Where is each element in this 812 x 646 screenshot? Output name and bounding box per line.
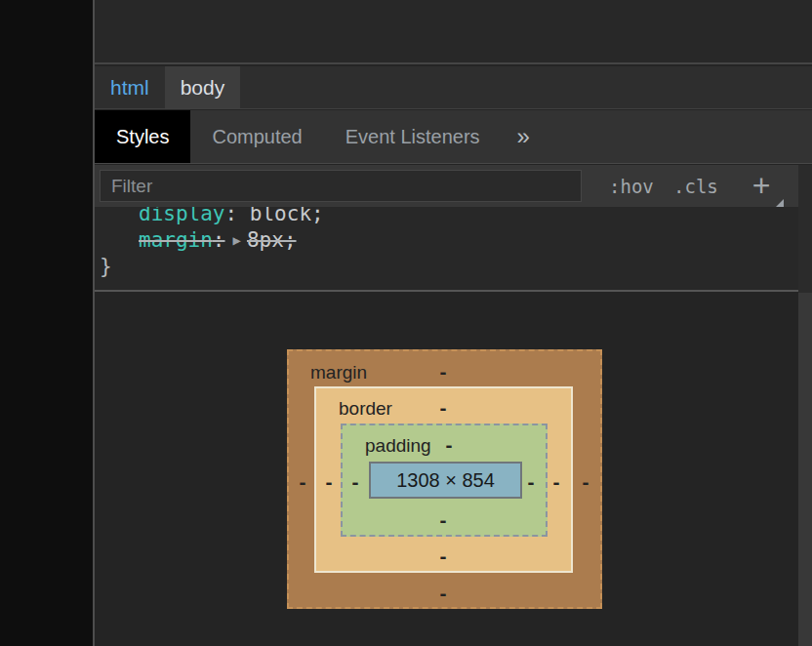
breadcrumb: html body xyxy=(95,66,812,109)
cls-toggle-label: .cls xyxy=(673,176,718,197)
padding-top-value[interactable]: - xyxy=(446,434,453,455)
border-right-value[interactable]: - xyxy=(553,471,560,492)
border-label: border xyxy=(339,398,392,420)
tab-computed-label: Computed xyxy=(212,126,302,148)
sidebar-tab-bar: Styles Computed Event Listeners » xyxy=(95,110,812,164)
border-left-value[interactable]: - xyxy=(326,471,333,492)
css-property-value[interactable]: block; xyxy=(250,207,324,225)
tab-overflow-chevron-icon[interactable]: » xyxy=(502,110,546,163)
page-content-dark-area xyxy=(0,0,93,646)
plus-icon: + xyxy=(752,168,771,204)
css-property-name[interactable]: margin xyxy=(139,228,213,252)
margin-left-value[interactable]: - xyxy=(300,471,306,492)
margin-right-value[interactable]: - xyxy=(583,471,589,492)
padding-label: padding xyxy=(365,435,431,457)
margin-label: margin xyxy=(310,362,367,384)
box-model-content-box[interactable]: 1308 × 854 xyxy=(369,462,522,499)
breadcrumb-body-label: body xyxy=(181,76,225,100)
css-declaration-margin-overridden[interactable]: margin:▶8px; xyxy=(95,227,798,254)
toggle-pseudo-hov[interactable]: :hov xyxy=(609,165,654,207)
tab-computed[interactable]: Computed xyxy=(190,110,323,163)
box-model-section: 1308 × 854 margin border padding - - - -… xyxy=(95,294,798,646)
tab-styles[interactable]: Styles xyxy=(95,110,190,163)
breadcrumb-item-html[interactable]: html xyxy=(95,66,165,108)
tab-event-listeners[interactable]: Event Listeners xyxy=(324,110,502,163)
padding-left-value[interactable]: - xyxy=(352,471,359,492)
breadcrumb-html-label: html xyxy=(110,76,149,100)
box-model-margin-box[interactable]: 1308 × 854 margin border padding - - - -… xyxy=(287,349,602,609)
margin-top-value[interactable]: - xyxy=(440,361,447,382)
styles-filter-bar: :hov .cls + xyxy=(95,165,798,207)
hov-toggle-label: :hov xyxy=(609,176,654,197)
css-declaration-display[interactable]: display: block; xyxy=(95,207,798,227)
tab-event-listeners-label: Event Listeners xyxy=(345,126,480,148)
sidebar-scrollbar-track[interactable] xyxy=(798,165,812,646)
chevron-double-right-icon: » xyxy=(517,123,530,150)
sidebar-scrollbar-thumb[interactable] xyxy=(798,293,812,646)
toggle-element-classes[interactable]: .cls xyxy=(673,165,718,207)
styles-filter-input[interactable] xyxy=(100,170,582,202)
margin-bottom-value[interactable]: - xyxy=(440,583,447,603)
dom-tree-empty-area xyxy=(95,0,812,64)
shorthand-expand-arrow-icon[interactable]: ▶ xyxy=(225,227,247,254)
rule-closing-brace: } xyxy=(95,254,798,280)
css-property-name[interactable]: display xyxy=(139,207,225,225)
padding-right-value[interactable]: - xyxy=(528,471,535,492)
border-top-value[interactable]: - xyxy=(440,397,447,418)
breadcrumb-item-body[interactable]: body xyxy=(165,66,241,108)
border-bottom-value[interactable]: - xyxy=(440,545,447,566)
css-colon: : xyxy=(213,228,225,252)
css-property-value[interactable]: 8px; xyxy=(247,228,297,252)
css-colon: : xyxy=(225,207,250,225)
tab-styles-label: Styles xyxy=(116,126,169,148)
style-rule-section: display: block; margin:▶8px; } xyxy=(95,207,798,292)
content-size-value[interactable]: 1308 × 854 xyxy=(396,469,495,492)
padding-bottom-value[interactable]: - xyxy=(440,509,447,530)
devtools-elements-sidebar: html body Styles Computed Event Listener… xyxy=(93,0,812,646)
